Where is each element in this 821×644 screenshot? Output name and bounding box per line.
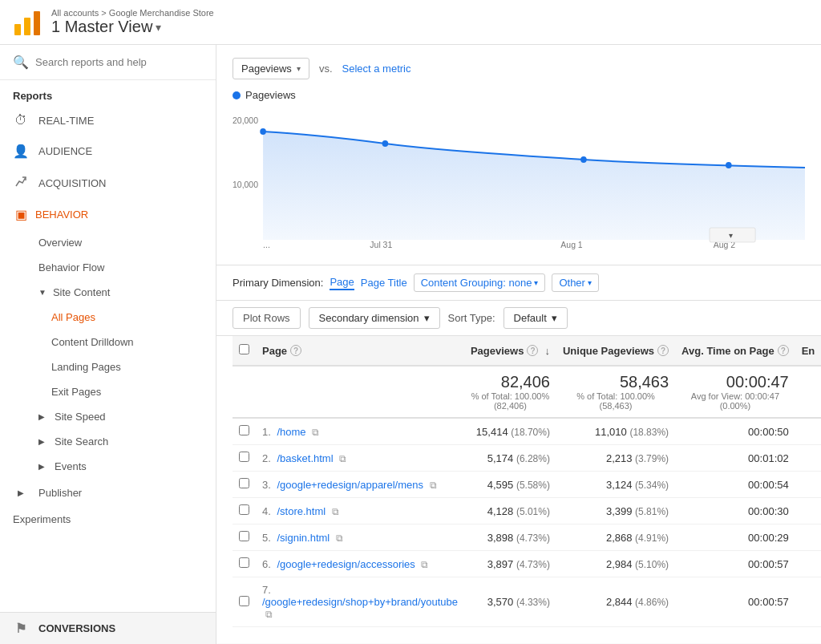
avg-time-help-icon[interactable]: ? (778, 345, 789, 356)
row-4-copy-icon[interactable]: ⧉ (332, 506, 339, 517)
row-1-checkbox[interactable] (239, 425, 249, 435)
sidebar-item-content-drilldown[interactable]: Content Drilldown (0, 330, 216, 354)
pageviews-help-icon[interactable]: ? (527, 345, 538, 356)
master-view-selector[interactable]: 1 Master View ▾ (51, 18, 214, 36)
row-4-page-link[interactable]: /store.html (277, 505, 326, 517)
row-2-copy-icon[interactable]: ⧉ (339, 453, 346, 464)
row-2-checkbox[interactable] (239, 452, 249, 462)
sidebar: 🔍 Reports ⏱ REAL-TIME 👤 AUDIENCE ACQUISI… (0, 45, 216, 644)
svg-rect-1 (24, 18, 30, 35)
svg-text:10,000: 10,000 (233, 180, 258, 189)
sort-type-value: Default (514, 312, 547, 324)
total-pageviews: 82,406 (471, 373, 550, 391)
sidebar-item-overview[interactable]: Overview (0, 230, 216, 255)
row-7-copy-icon[interactable]: ⧉ (265, 609, 273, 620)
total-unique-pv-sub: % of Total: 100.00% (58,463) (563, 391, 669, 411)
svg-text:▾: ▾ (729, 231, 733, 240)
sort-type-dropdown[interactable]: Default ▾ (504, 307, 568, 329)
row-3-num: 3. (262, 479, 271, 491)
metric-selector: Pageviews ▾ vs. Select a metric (233, 58, 805, 79)
row-5-page-link[interactable]: /signin.html (277, 532, 330, 544)
chevron-right-icon-3: ▶ (38, 462, 45, 471)
row-1-unique-pv: 11,010 (595, 426, 627, 438)
svg-point-8 (726, 162, 732, 168)
table-row: 4. /store.html ⧉ 4,128 (5.01%) 3,399 (5.… (233, 498, 821, 525)
site-search-label: Site Search (55, 435, 108, 448)
svg-text:20,000: 20,000 (233, 115, 258, 125)
content-grouping-label: Content Grouping: none (421, 277, 532, 289)
row-7-page-link[interactable]: /google+redesign/shop+by+brand/youtube (262, 596, 458, 608)
behavior-flow-label: Behavior Flow (38, 261, 104, 273)
search-input[interactable] (35, 56, 203, 68)
secondary-dimension-dropdown[interactable]: Secondary dimension ▾ (309, 307, 440, 329)
table-row: 7. /google+redesign/shop+by+brand/youtub… (233, 577, 821, 627)
sidebar-item-exit-pages[interactable]: Exit Pages (0, 379, 216, 404)
primary-dimension-label: Primary Dimension: (233, 277, 323, 289)
unique-pv-col-header: Unique Pageviews ? (556, 336, 675, 366)
page-dimension-link[interactable]: Page (330, 276, 354, 290)
row-2-page-link[interactable]: /basket.html (277, 452, 333, 464)
content-grouping-dropdown[interactable]: Content Grouping: none ▾ (414, 273, 546, 292)
page-help-icon[interactable]: ? (290, 345, 301, 356)
row-7-checkbox[interactable] (239, 596, 249, 606)
row-5-checkbox[interactable] (239, 531, 249, 541)
sidebar-item-site-speed[interactable]: ▶ Site Speed (0, 404, 216, 429)
content-grouping-arrow: ▾ (534, 278, 538, 287)
row-1-num: 1. (262, 426, 271, 438)
chart-container: 20,000 10,000 (233, 107, 805, 252)
sidebar-item-audience[interactable]: 👤 AUDIENCE (0, 136, 216, 167)
row-4-checkbox[interactable] (239, 504, 249, 515)
events-label: Events (55, 460, 87, 472)
svg-rect-0 (14, 24, 21, 35)
metric-dropdown[interactable]: Pageviews ▾ (233, 58, 309, 79)
content-drilldown-label: Content Drilldown (51, 336, 134, 348)
site-speed-label: Site Speed (55, 411, 106, 423)
row-3-page-link[interactable]: /google+redesign/apparel/mens (277, 479, 423, 491)
sidebar-item-site-search[interactable]: ▶ Site Search (0, 429, 216, 454)
search-bar[interactable]: 🔍 (0, 45, 216, 80)
sidebar-item-events[interactable]: ▶ Events (0, 454, 216, 479)
plot-rows-button[interactable]: Plot Rows (233, 307, 301, 329)
sidebar-item-behavior-flow[interactable]: Behavior Flow (0, 255, 216, 280)
behavior-label: BEHAVIOR (35, 209, 88, 221)
row-1-page-link[interactable]: /home (277, 426, 305, 438)
sidebar-item-all-pages[interactable]: All Pages (0, 305, 216, 330)
sidebar-item-experiments[interactable]: Experiments (0, 507, 216, 532)
row-2-pageviews: 5,174 (487, 452, 514, 464)
sidebar-item-landing-pages[interactable]: Landing Pages (0, 354, 216, 379)
dimensions-bar: Primary Dimension: Page Page Title Conte… (216, 265, 821, 301)
other-dropdown[interactable]: Other ▾ (552, 273, 599, 292)
page-col-header: Page ? (256, 336, 464, 366)
sidebar-item-conversions[interactable]: ⚑ CONVERSIONS (0, 613, 216, 644)
unique-pv-help-icon[interactable]: ? (657, 345, 669, 356)
main-content: Pageviews ▾ vs. Select a metric Pageview… (216, 45, 821, 644)
pageviews-legend-label: Pageviews (245, 89, 296, 101)
audience-label: AUDIENCE (38, 145, 92, 157)
select-metric-link[interactable]: Select a metric (342, 63, 411, 75)
breadcrumb: All accounts > Google Merchandise Store (51, 8, 214, 18)
page-title-dimension-link[interactable]: Page Title (361, 277, 407, 289)
table-toolbar: Plot Rows Secondary dimension ▾ Sort Typ… (216, 301, 821, 336)
row-3-copy-icon[interactable]: ⧉ (430, 480, 437, 491)
row-6-avg-time: 00:00:57 (675, 551, 795, 577)
row-5-copy-icon[interactable]: ⧉ (336, 533, 343, 544)
row-6-copy-icon[interactable]: ⧉ (421, 559, 428, 570)
row-6-page-link[interactable]: /google+redesign/accessories (277, 558, 415, 570)
row-3-checkbox[interactable] (239, 478, 249, 488)
total-avg-time-sub: Avg for View: 00:00:47 (0.00%) (681, 391, 789, 411)
vs-label: vs. (319, 63, 333, 75)
sidebar-item-acquisition[interactable]: ACQUISITION (0, 167, 216, 199)
chart-svg: 20,000 10,000 (233, 107, 805, 252)
sidebar-item-site-content[interactable]: ▼ Site Content (0, 280, 216, 305)
sidebar-item-publisher[interactable]: ▶ Publisher (0, 479, 216, 507)
row-1-copy-icon[interactable]: ⧉ (312, 427, 319, 438)
row-4-num: 4. (262, 505, 271, 517)
chevron-right-icon-2: ▶ (38, 437, 45, 446)
row-3-upv-pct: (5.34%) (635, 480, 669, 491)
select-all-checkbox[interactable] (239, 344, 249, 354)
row-6-checkbox[interactable] (239, 557, 249, 568)
realtime-label: REAL-TIME (38, 115, 94, 127)
sidebar-item-realtime[interactable]: ⏱ REAL-TIME (0, 105, 216, 136)
sort-arrow: ↓ (544, 345, 550, 357)
sidebar-item-behavior[interactable]: ▣ BEHAVIOR (0, 199, 216, 230)
